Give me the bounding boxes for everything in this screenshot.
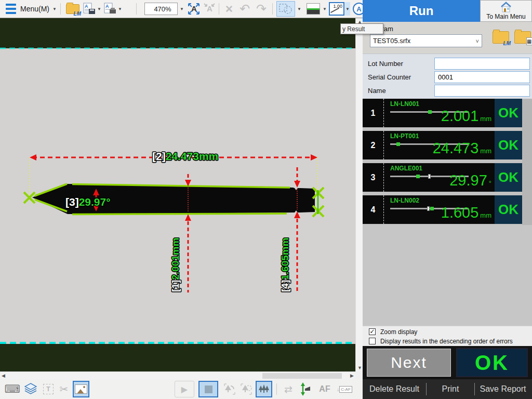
focus-height-icon[interactable]	[298, 381, 314, 397]
load-program-button[interactable]: LM	[493, 31, 509, 44]
toolbar-separator	[136, 3, 137, 15]
result-name: LN-LN001	[390, 100, 419, 108]
toolbar-separator	[272, 3, 273, 15]
autofocus-area-2-icon[interactable]	[239, 381, 254, 397]
zoom-display-option[interactable]: ✓ Zoom display	[363, 327, 532, 337]
roi-dropdown-arrow[interactable]: ▼	[296, 0, 302, 18]
autofocus-area-1-icon[interactable]	[222, 381, 237, 397]
save-button[interactable]: A	[82, 0, 97, 18]
hamburger-menu-icon[interactable]	[4, 0, 18, 18]
scrollbar-thumb[interactable]	[262, 373, 342, 379]
result-index: 3	[363, 163, 383, 192]
save-icon: A	[83, 3, 96, 15]
edge-dropdown-arrow[interactable]: ▼	[322, 0, 328, 18]
image-view-button[interactable]	[73, 381, 89, 397]
results-scrollbar[interactable]	[522, 99, 532, 225]
canvas-horizontal-scrollbar[interactable]: ◀ ▶	[0, 371, 355, 379]
serial-counter-input[interactable]	[434, 71, 530, 83]
group-select-icon[interactable]: T	[42, 381, 55, 397]
annotation-label-2: [2]24.473mm	[152, 150, 218, 162]
run-play-button[interactable]: ▶	[175, 381, 194, 397]
chevron-down-icon: ˅	[476, 38, 479, 44]
result-row[interactable]: 1 LN-LN001 2.001mm OK	[363, 99, 522, 127]
result-row[interactable]: 3 ANGLE001 29.97° OK	[363, 163, 522, 192]
trees-icon	[258, 384, 270, 394]
zoom-dropdown-arrow[interactable]: ▼	[178, 0, 185, 18]
judgement-section: Next OK	[363, 346, 532, 379]
checkbox[interactable]	[369, 338, 376, 344]
fit-text-icon: A	[187, 2, 201, 16]
result-row[interactable]: 4 LN-LN002 1.605mm OK	[363, 195, 522, 224]
menu-dropdown-arrow[interactable]: ▼	[51, 0, 58, 18]
print-button[interactable]: Print	[427, 384, 474, 394]
result-name: LN-LN002	[390, 197, 419, 204]
next-button[interactable]: Next	[367, 349, 451, 377]
shrink-text-button[interactable]: A	[203, 0, 216, 18]
result-row[interactable]: 2 LN-PT001 24.473mm OK	[363, 131, 522, 159]
layers-icon[interactable]	[23, 381, 38, 397]
program-select[interactable]: TEST05.srfx ˅	[370, 34, 482, 47]
magnification-tool-icon: 1.00	[329, 2, 344, 16]
edge-detection-tool[interactable]	[305, 0, 321, 18]
stop-icon	[205, 385, 212, 393]
program-section: Program TEST05.srfx ˅ LM	[363, 22, 532, 54]
camera-dark-band-bottom	[0, 344, 355, 371]
result-name: ANGLE001	[390, 165, 422, 172]
result-unit: mm	[480, 211, 491, 219]
magnification-dropdown-arrow[interactable]: ▼	[345, 2, 350, 16]
shrink-text-icon: A	[203, 2, 216, 16]
serial-counter-label: Serial Counter	[368, 73, 411, 81]
toolbar-separator	[60, 3, 61, 15]
keyboard-icon[interactable]: ⌨	[5, 381, 20, 397]
magnification-tool[interactable]: 1.00	[328, 0, 345, 18]
caf-label: C-AF	[339, 386, 352, 393]
svg-text:A: A	[85, 4, 88, 9]
barcode-program-button[interactable]	[514, 31, 531, 44]
af-button[interactable]: AF	[317, 381, 332, 397]
roi-selection-tool[interactable]	[276, 1, 295, 17]
save-report-button[interactable]: Save Report	[475, 384, 531, 394]
descending-errors-option[interactable]: Display results in the descending order …	[363, 337, 532, 346]
fit-to-screen-button[interactable]: A	[187, 0, 201, 18]
save-dropdown-arrow[interactable]: ▼	[97, 0, 102, 18]
result-value: 2.001	[441, 108, 479, 124]
annotation-label-1: [1]2.001mm	[170, 237, 181, 292]
open-program-button[interactable]: LM	[64, 0, 81, 18]
print-dropdown-arrow[interactable]: ▼	[117, 0, 123, 18]
print-button[interactable]: A	[103, 0, 117, 18]
menu-button[interactable]: Menu(M)	[19, 0, 51, 18]
result-index: 1	[363, 99, 383, 127]
edge-detection-icon	[307, 3, 320, 15]
scissors-icon[interactable]: ✂	[57, 381, 71, 397]
lot-number-input[interactable]	[434, 58, 530, 70]
scroll-left-icon[interactable]: ◀	[2, 373, 5, 378]
status-badge: OK	[495, 163, 522, 192]
lot-number-label: Lot Number	[368, 60, 403, 68]
redo-icon[interactable]: ↷	[254, 0, 269, 18]
checkbox-label: Zoom display	[380, 328, 417, 336]
continuous-af-button[interactable]: ↓C-AF	[335, 381, 354, 397]
result-actions-bar: Delete Result Print Save Report	[363, 379, 532, 399]
result-slider-dot	[430, 207, 434, 210]
measurement-viewport[interactable]: [2]24.473mm [3]29.97° [1]2.001mm [4]1.60…	[0, 18, 355, 371]
canvas-vertical-scrollbar[interactable]: ▲ ▼	[355, 18, 363, 371]
overall-status-display: OK	[456, 348, 528, 377]
multi-point-focus-button[interactable]	[256, 381, 272, 397]
annotation-label-3: [3]29.97°	[65, 196, 111, 208]
result-value: 24.473	[433, 140, 479, 156]
result-slider-dot	[416, 175, 420, 178]
camera-dark-band-top	[0, 18, 355, 48]
zoom-level-input[interactable]: 470%	[144, 3, 178, 15]
run-stop-button[interactable]	[198, 381, 218, 397]
to-main-menu-button[interactable]: To Main Menu	[480, 0, 532, 22]
undo-icon[interactable]: ↶	[237, 0, 252, 18]
width-measure-icon[interactable]: ⇄	[281, 381, 296, 397]
scroll-right-icon[interactable]: ▶	[350, 373, 354, 378]
delete-icon[interactable]: ✕	[222, 0, 236, 18]
scroll-down-icon[interactable]: ▼	[357, 365, 362, 370]
checkbox[interactable]: ✓	[369, 328, 376, 335]
result-name: LN-PT001	[390, 132, 419, 140]
delete-result-button[interactable]: Delete Result	[363, 384, 426, 394]
result-unit: mm	[480, 147, 491, 155]
name-input[interactable]	[434, 85, 530, 97]
